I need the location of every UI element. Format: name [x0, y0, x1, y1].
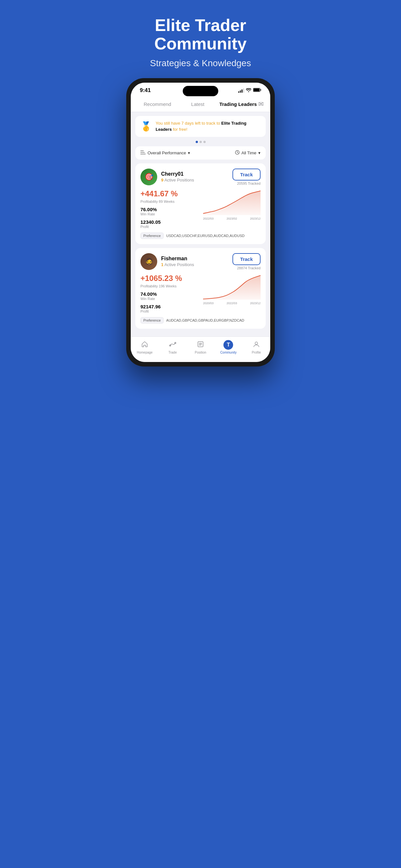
trader-name-fisherman: Fisherman: [161, 256, 194, 261]
track-btn-wrapper-fisherman: Track 28874 Tracked: [233, 253, 260, 270]
trader-positions-cherry01: 9 Active Positions: [161, 178, 194, 182]
avatar-cherry01: 🎯: [141, 168, 157, 185]
homepage-label: Homepage: [137, 351, 153, 354]
clock-icon: [235, 150, 240, 156]
filter-sort-icon: [141, 150, 146, 156]
status-time: 9:41: [140, 87, 151, 94]
tracked-count-fisherman: 28874 Tracked: [237, 266, 260, 270]
chart-date-3-fisherman: 2023/12: [250, 302, 260, 305]
content-area: 🥇 You still have 7 days left to track to…: [131, 112, 270, 336]
chart-labels-cherry01: 2022/03 2023/02 2023/12: [203, 217, 260, 220]
mail-icon[interactable]: ✉: [258, 100, 264, 108]
time-filter[interactable]: All Time ▾: [235, 150, 260, 156]
tab-trading-leaders[interactable]: Trading Leaders: [218, 101, 258, 107]
trader-name-cherry01: Cherry01: [161, 171, 194, 177]
trader-positions-fisherman: 1 Active Positions: [161, 262, 194, 267]
phone-screen: 9:41 Recommend Latest Tra: [131, 83, 270, 362]
positions-count-fisherman: 1: [161, 262, 163, 267]
profit-block-fisherman: 92147.96 Profit: [141, 304, 198, 313]
trader-card-cherry01: 🎯 Cherry01 9 Active Positions Track 2059…: [135, 163, 266, 244]
winrate-label-fisherman: Win Rate: [141, 297, 198, 301]
profit-label-fisherman: Profit: [141, 309, 198, 313]
status-icons: [238, 88, 261, 93]
nav-profile[interactable]: Profile: [243, 341, 270, 354]
trade-label: Trade: [168, 351, 177, 354]
time-label: All Time: [242, 151, 256, 155]
tracked-count-cherry01: 20595 Tracked: [237, 182, 260, 185]
hero-section: Elite TraderCommunity Strategies & Knowl…: [137, 0, 264, 78]
stats-left-fisherman: +1065.23 % Profitability 196 Weeks 74.00…: [141, 274, 198, 313]
track-button-cherry01[interactable]: Track: [233, 168, 260, 181]
banner-text: You still have 7 days left to track to E…: [156, 120, 260, 132]
dot-3: [204, 141, 206, 143]
stats-left-cherry01: +441.67 % Profitability 89 Weeks 76.00% …: [141, 189, 198, 228]
chart-date-2-cherry01: 2023/02: [227, 217, 237, 220]
filter-row: Overall Performance ▾ All Time ▾: [135, 146, 266, 159]
preference-tag-fisherman: Preference: [141, 317, 164, 323]
winrate-block-fisherman: 74.00% Win Rate: [141, 291, 198, 301]
weeks-fisherman: 196 Weeks: [159, 284, 177, 288]
trader-info-cherry01: 🎯 Cherry01 9 Active Positions: [141, 168, 194, 185]
phone-mockup: 9:41 Recommend Latest Tra: [126, 78, 275, 366]
signal-icon: [238, 88, 244, 93]
time-chevron-icon: ▾: [258, 151, 260, 155]
performance-filter[interactable]: Overall Performance ▾: [141, 150, 190, 156]
profitability-label-cherry01: Profitability 89 Weeks: [141, 199, 198, 204]
dot-1: [196, 141, 198, 143]
nav-homepage[interactable]: Homepage: [131, 341, 158, 354]
chart-date-1-cherry01: 2022/03: [203, 217, 214, 220]
svg-rect-1: [253, 89, 259, 91]
chart-date-3-cherry01: 2023/12: [250, 217, 260, 220]
trader-details-fisherman: Fisherman 1 Active Positions: [161, 256, 194, 267]
battery-icon: [253, 88, 261, 93]
trader-header-fisherman: 🧔 Fisherman 1 Active Positions Track 288…: [141, 253, 260, 270]
preference-values-fisherman: AUDCAD,GBPCAD,GBPAUD,EURGBP,NZDCAD: [166, 318, 244, 322]
svg-point-15: [255, 342, 258, 345]
tab-latest[interactable]: Latest: [178, 101, 218, 107]
chart-labels-fisherman: 2020/03 2022/03 2023/12: [203, 302, 260, 305]
return-cherry01: +441.67 %: [141, 189, 198, 198]
dot-indicator: [135, 141, 266, 143]
tab-recommend[interactable]: Recommend: [137, 101, 178, 107]
wifi-icon: [246, 88, 251, 93]
banner-highlight: You still have 7 days left to track to: [156, 121, 221, 126]
preference-row-fisherman: Preference AUDCAD,GBPCAD,GBPAUD,EURGBP,N…: [141, 317, 260, 323]
position-label: Position: [195, 351, 206, 354]
winrate-value-fisherman: 74.00%: [141, 291, 198, 297]
profile-icon: [253, 341, 260, 350]
trader-info-fisherman: 🧔 Fisherman 1 Active Positions: [141, 253, 194, 270]
bottom-nav: Homepage Trade Position T Community: [131, 337, 270, 362]
svg-rect-2: [260, 89, 261, 91]
trophy-icon: 🥇: [141, 121, 152, 132]
profitability-label-fisherman: Profitability 196 Weeks: [141, 284, 198, 288]
nav-trade[interactable]: Trade: [158, 341, 186, 354]
hero-title: Elite TraderCommunity: [150, 16, 251, 53]
winrate-value-cherry01: 76.00%: [141, 207, 198, 212]
trader-stats-fisherman: +1065.23 % Profitability 196 Weeks 74.00…: [141, 274, 260, 313]
chart-date-2-fisherman: 2022/03: [227, 302, 237, 305]
profit-value-fisherman: 92147.96: [141, 304, 198, 309]
chart-area-fisherman: 2020/03 2022/03 2023/12: [203, 274, 260, 306]
weeks-cherry01: 89 Weeks: [159, 199, 175, 204]
track-btn-wrapper-cherry01: Track 20595 Tracked: [233, 168, 260, 185]
status-bar: 9:41: [131, 83, 270, 96]
nav-position[interactable]: Position: [187, 341, 214, 354]
preference-values-cherry01: USDCAD,USDCHF,EURUSD,AUDCAD,AUDUSD: [166, 234, 245, 238]
nav-community[interactable]: T Community: [214, 340, 242, 354]
hero-subtitle: Strategies & Knowledges: [150, 58, 251, 68]
dynamic-island: [183, 86, 218, 96]
positions-count-cherry01: 9: [161, 178, 163, 182]
chart-date-1-fisherman: 2020/03: [203, 302, 214, 305]
winrate-block-cherry01: 76.00% Win Rate: [141, 207, 198, 216]
profit-block-cherry01: 12340.05 Profit: [141, 219, 198, 228]
track-button-fisherman[interactable]: Track: [233, 253, 260, 265]
profile-label: Profile: [252, 351, 261, 354]
banner-card: 🥇 You still have 7 days left to track to…: [135, 116, 266, 136]
banner-suffix: for free!: [173, 127, 187, 132]
performance-label: Overall Performance: [148, 151, 186, 155]
dot-2: [199, 141, 202, 143]
trader-details-cherry01: Cherry01 9 Active Positions: [161, 171, 194, 182]
svg-line-8: [237, 152, 238, 153]
nav-tabs: Recommend Latest Trading Leaders ✉: [131, 96, 270, 112]
profit-value-cherry01: 12340.05: [141, 219, 198, 225]
